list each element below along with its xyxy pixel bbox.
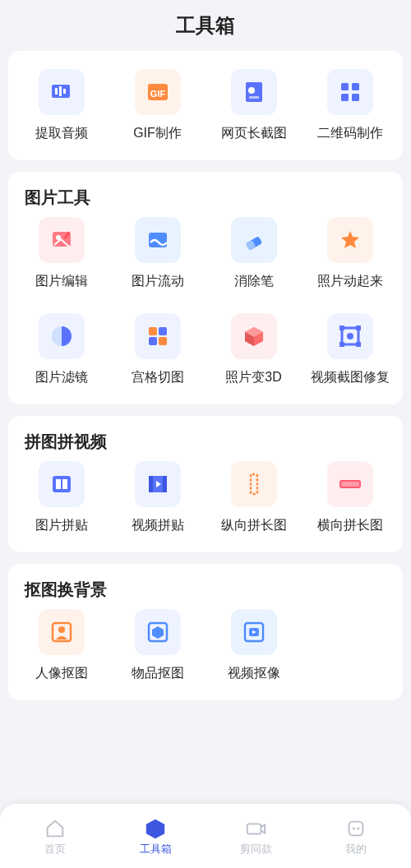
tool-portrait-cutout[interactable]: 人像抠图 — [13, 609, 109, 682]
tool-object-cutout[interactable]: 物品抠图 — [109, 609, 206, 682]
gif-icon — [135, 69, 181, 115]
tool-video-collage[interactable]: 视频拼贴 — [109, 461, 206, 534]
tool-horizontal-long[interactable]: 横向拼长图 — [302, 461, 398, 534]
tool-label: 照片动起来 — [317, 273, 383, 290]
toolbox-icon — [144, 817, 167, 840]
tool-label: 图片编辑 — [35, 273, 88, 290]
section-title: 图片工具 — [13, 185, 398, 217]
photo-animate-icon — [327, 217, 373, 263]
tool-section: 拼图拼视频图片拼贴视频拼贴纵向拼长图横向拼长图 — [8, 416, 403, 552]
camera-icon — [244, 817, 267, 840]
nav-label: 首页 — [44, 842, 66, 856]
home-icon — [44, 817, 67, 840]
tool-grid: 图片拼贴视频拼贴纵向拼长图横向拼长图 — [13, 461, 398, 534]
tool-image-edit[interactable]: 图片编辑 — [13, 217, 109, 290]
tool-label: 视频拼贴 — [132, 517, 184, 534]
tool-section: 图片工具图片编辑图片流动消除笔照片动起来图片滤镜宫格切图照片变3D视频截图修复 — [8, 172, 403, 404]
webpage-shot-icon — [231, 69, 277, 115]
grid-icon — [135, 313, 181, 359]
tool-label: 照片变3D — [225, 369, 281, 386]
horizontal-strip-icon — [327, 461, 373, 507]
tool-photo-animate[interactable]: 照片动起来 — [302, 217, 398, 290]
page-title: 工具箱 — [0, 0, 411, 51]
tool-image-filter[interactable]: 图片滤镜 — [13, 313, 109, 386]
eraser-icon — [231, 217, 277, 263]
image-edit-icon — [39, 217, 85, 263]
tool-label: 图片滤镜 — [35, 369, 88, 386]
nav-toolbox[interactable]: 工具箱 — [105, 817, 206, 856]
section-title: 抠图换背景 — [13, 577, 398, 609]
crop-repair-icon — [327, 313, 373, 359]
bottom-nav: 首页工具箱剪同款我的 — [0, 804, 411, 868]
tool-section: 提取音频GIF制作网页长截图二维码制作 — [8, 51, 403, 160]
tool-label: 横向拼长图 — [317, 517, 383, 534]
nav-same-style[interactable]: 剪同款 — [206, 817, 306, 856]
section-title: 拼图拼视频 — [13, 429, 398, 461]
tool-grid: 提取音频GIF制作网页长截图二维码制作 — [13, 69, 398, 142]
tool-qr-maker[interactable]: 二维码制作 — [302, 69, 398, 142]
tool-label: 视频截图修复 — [311, 369, 390, 386]
tool-vertical-long[interactable]: 纵向拼长图 — [206, 461, 302, 534]
tool-label: 宫格切图 — [132, 369, 184, 386]
content-scroll[interactable]: 提取音频GIF制作网页长截图二维码制作图片工具图片编辑图片流动消除笔照片动起来图… — [0, 51, 411, 786]
tool-grid: 图片编辑图片流动消除笔照片动起来图片滤镜宫格切图照片变3D视频截图修复 — [13, 217, 398, 386]
video-matting-icon — [231, 609, 277, 655]
page-title-text: 工具箱 — [176, 12, 235, 39]
vertical-strip-icon — [231, 461, 277, 507]
filter-icon — [39, 313, 85, 359]
tool-grid: 人像抠图物品抠图视频抠像 — [13, 609, 398, 682]
tool-label: 图片拼贴 — [35, 517, 88, 534]
nav-label: 工具箱 — [140, 842, 172, 856]
tool-label: 网页长截图 — [221, 125, 287, 142]
portrait-cutout-icon — [39, 609, 85, 655]
cube3d-icon — [231, 313, 277, 359]
tool-label: 提取音频 — [35, 125, 88, 142]
image-flow-icon — [135, 217, 181, 263]
nav-home[interactable]: 首页 — [5, 817, 105, 856]
tool-webpage-long-screenshot[interactable]: 网页长截图 — [206, 69, 302, 142]
tool-extract-audio[interactable]: 提取音频 — [13, 69, 109, 142]
tool-section: 抠图换背景人像抠图物品抠图视频抠像 — [8, 564, 403, 700]
tool-label: 视频抠像 — [228, 665, 280, 682]
nav-label: 剪同款 — [240, 842, 272, 856]
tool-label: GIF制作 — [133, 125, 182, 142]
tool-label: 纵向拼长图 — [221, 517, 287, 534]
audio-extract-icon — [39, 69, 85, 115]
tool-video-matting[interactable]: 视频抠像 — [206, 609, 302, 682]
tool-label: 物品抠图 — [132, 665, 184, 682]
tool-image-flow[interactable]: 图片流动 — [109, 217, 206, 290]
tool-grid-cut[interactable]: 宫格切图 — [109, 313, 206, 386]
profile-icon — [344, 817, 367, 840]
nav-mine[interactable]: 我的 — [306, 817, 406, 856]
tool-label: 人像抠图 — [35, 665, 88, 682]
tool-video-screenshot-repair[interactable]: 视频截图修复 — [302, 313, 398, 386]
qr-icon — [327, 69, 373, 115]
tool-eraser[interactable]: 消除笔 — [206, 217, 302, 290]
nav-label: 我的 — [345, 842, 367, 856]
tool-label: 二维码制作 — [317, 125, 383, 142]
tool-photo-3d[interactable]: 照片变3D — [206, 313, 302, 386]
collage-icon — [39, 461, 85, 507]
object-cutout-icon — [135, 609, 181, 655]
tool-label: 图片流动 — [132, 273, 184, 290]
tool-gif-maker[interactable]: GIF制作 — [109, 69, 206, 142]
tool-image-collage[interactable]: 图片拼贴 — [13, 461, 109, 534]
tool-label: 消除笔 — [234, 273, 274, 290]
video-collage-icon — [135, 461, 181, 507]
